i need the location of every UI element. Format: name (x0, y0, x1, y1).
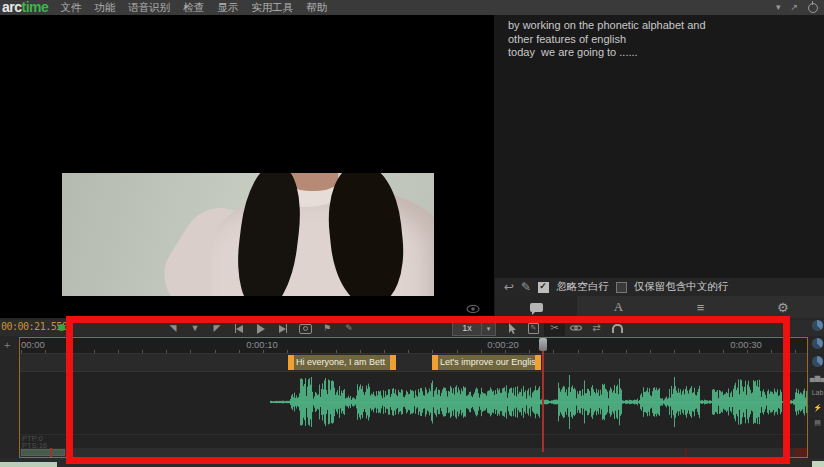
ignore-blank-lines-label: 忽略空白行 (556, 280, 609, 294)
app-logo: arctime (2, 0, 48, 15)
magnet-snap-icon[interactable] (607, 320, 628, 336)
menu-file[interactable]: 文件 (60, 0, 81, 15)
gear-icon: ⚙ (777, 300, 789, 315)
timeline-side-toolbar: ▄▆▄ Lab ⚡ ▤ (811, 320, 824, 465)
play-button-icon[interactable] (250, 320, 272, 336)
gain-dial-icon[interactable] (812, 356, 823, 367)
right-panel-tabbar: A ≡ ⚙ (495, 296, 824, 318)
playback-speed-dropdown[interactable]: ▾ (481, 321, 496, 336)
pen-tool-icon[interactable]: ✎ (338, 320, 360, 336)
audio-waveform (20, 372, 807, 433)
subtitle-block[interactable]: Let's improve our English (432, 355, 541, 370)
video-preview-panel (0, 15, 494, 318)
ruler-time-label: 0:00:30 (730, 339, 762, 350)
transcript-line: other features of english (508, 33, 824, 47)
undo-icon[interactable]: ↩ (504, 278, 514, 296)
minimap-marker-tick (685, 448, 687, 457)
bottom-left-corner (0, 462, 57, 467)
text-format-icon: A (614, 299, 623, 315)
video-visibility-eye-icon[interactable] (466, 304, 480, 314)
subtitle-block[interactable]: Hi everyone, I am Bett (288, 355, 396, 370)
menu-tools[interactable]: 实用工具 (251, 0, 293, 15)
text-controls-row: ↩ ✎ 忽略空白行 仅保留包含中文的行 (495, 278, 824, 296)
lightning-icon[interactable]: ⚡ (813, 404, 822, 412)
waveform-bars-icon[interactable]: ▄▆▄ (810, 374, 824, 382)
minimap-end-marker (794, 448, 807, 457)
playhead-handle[interactable] (539, 338, 547, 351)
previous-subtitle-icon[interactable] (228, 320, 250, 336)
arctime-window: arctime 文件 功能 语音识别 检查 显示 实用工具 帮助 ▾ ↗ (0, 0, 824, 467)
subtitle-right-handle[interactable] (390, 355, 396, 370)
minimap-view-bar[interactable] (21, 449, 65, 456)
menu-display[interactable]: 显示 (217, 0, 238, 15)
tab-text-format[interactable]: A (577, 296, 659, 318)
keep-chinese-only-checkbox[interactable] (616, 282, 627, 293)
add-track-icon[interactable]: + (4, 339, 10, 351)
tab-comments[interactable] (495, 296, 577, 318)
playhead-line (542, 351, 544, 452)
timeline-minimap[interactable] (20, 448, 807, 457)
waveform-track[interactable] (20, 371, 807, 434)
quantize-right-icon[interactable]: ◤ (206, 320, 228, 336)
minimap-playhead-tick (50, 448, 52, 457)
power-icon[interactable] (808, 3, 818, 13)
transcript-textarea[interactable]: by working on the phonetic alphabet and … (495, 15, 824, 278)
menu-bar: arctime 文件 功能 语音识别 检查 显示 实用工具 帮助 ▾ ↗ (0, 0, 824, 15)
subtitle-text-panel: by working on the phonetic alphabet and … (495, 15, 824, 318)
ignore-blank-lines-checkbox[interactable] (538, 282, 549, 293)
tray-icon[interactable]: ▤ (814, 419, 821, 427)
menu-speech-recognition[interactable]: 语音识别 (128, 0, 170, 15)
edit-block-icon[interactable]: ✎ (523, 320, 544, 336)
video-frame (62, 173, 434, 296)
comment-bubble-icon (530, 303, 543, 312)
snapshot-camera-icon[interactable] (294, 320, 316, 336)
quantize-down-icon[interactable]: ▼ (184, 320, 206, 336)
keep-chinese-only-label: 仅保留包含中文的行 (634, 280, 729, 294)
timeline-area: 00:00:21.550 ◥ ▼ ◤ ⚑ ✎ 1x ▾ ✎ ✂ ⇄ (0, 318, 824, 467)
tab-settings[interactable]: ⚙ (742, 296, 824, 318)
lab-icon[interactable]: Lab (812, 389, 824, 397)
timeline-panel[interactable]: 00:00 0:00:10 0:00:20 0:00:30 Hi everyon… (19, 337, 808, 458)
scissors-cut-icon[interactable]: ✂ (544, 320, 565, 336)
ruler-time-label: 0:00:20 (487, 339, 519, 350)
menu-check[interactable]: 检查 (183, 0, 204, 15)
menu-help[interactable]: 帮助 (306, 0, 327, 15)
playback-speed-value[interactable]: 1x (452, 321, 482, 336)
bookmark-flag-icon[interactable]: ⚑ (316, 320, 338, 336)
next-subtitle-icon[interactable] (272, 320, 294, 336)
transcript-line: today we are going to ...... (508, 46, 824, 60)
pencil-icon[interactable]: ✎ (521, 278, 531, 296)
timeline-lower-strip: PTP:0 PTS:16 (20, 434, 807, 448)
swap-arrows-icon[interactable]: ⇄ (586, 320, 607, 336)
tab-list[interactable]: ≡ (660, 296, 742, 318)
menu-function[interactable]: 功能 (94, 0, 115, 15)
timeline-ruler[interactable]: 00:00 0:00:10 0:00:20 0:00:30 (20, 338, 807, 353)
zoom-dial-icon[interactable] (812, 320, 823, 331)
menu-items: 文件 功能 语音识别 检查 显示 实用工具 帮助 (60, 0, 327, 15)
ruler-time-label: 0:00:10 (246, 339, 278, 350)
select-cursor-icon[interactable] (502, 320, 523, 336)
list-icon: ≡ (697, 300, 705, 315)
playback-stats: PTP:0 PTS:16 (22, 435, 47, 449)
ruler-time-label: 00:00 (21, 339, 45, 350)
link-merge-icon[interactable] (565, 320, 586, 336)
subtitle-block-text: Hi everyone, I am Bett (294, 355, 390, 370)
chevron-down-icon[interactable]: ▾ (776, 0, 781, 15)
transcript-line: by working on the phonetic alphabet and (508, 19, 824, 33)
record-status-dot (58, 324, 65, 331)
subtitle-right-handle[interactable] (535, 355, 541, 370)
timeline-toolbar: 00:00:21.550 ◥ ▼ ◤ ⚑ ✎ 1x ▾ ✎ ✂ ⇄ (0, 320, 824, 336)
scale-dial-icon[interactable] (812, 338, 823, 349)
subtitle-track[interactable]: Hi everyone, I am Bett Let's improve our… (20, 353, 807, 371)
bottom-right-corner (812, 461, 824, 467)
bottom-strip (0, 458, 824, 467)
quantize-left-icon[interactable]: ◥ (162, 320, 184, 336)
resize-icon[interactable]: ↗ (790, 0, 798, 15)
subtitle-block-text: Let's improve our English (438, 355, 535, 370)
